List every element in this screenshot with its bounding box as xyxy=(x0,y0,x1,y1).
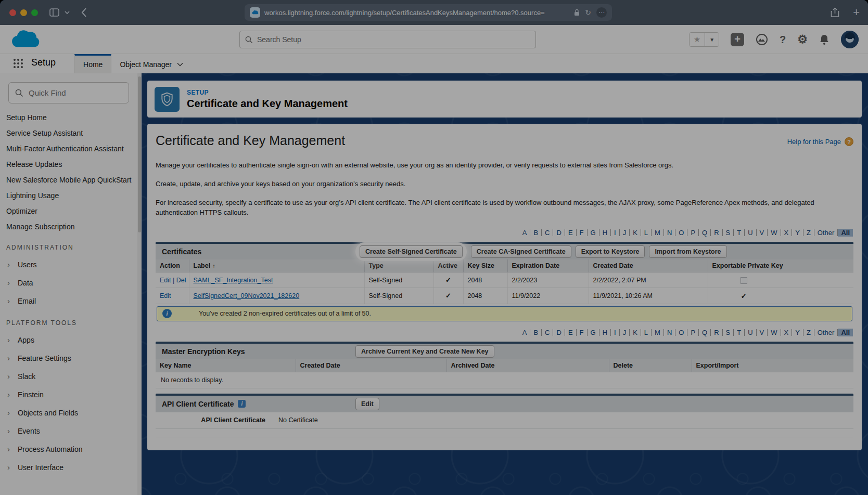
chevron-right-icon[interactable]: › xyxy=(7,408,12,417)
global-search[interactable] xyxy=(239,31,536,48)
sidebar-item[interactable]: Manage Subscription xyxy=(0,219,142,235)
alphabet-filter-letter[interactable]: W xyxy=(768,329,781,336)
alphabet-filter-letter[interactable]: I xyxy=(611,329,620,336)
alphabet-filter-letter[interactable]: J xyxy=(620,329,630,336)
alphabet-filter-letter[interactable]: W xyxy=(768,229,781,236)
alphabet-filter-letter[interactable]: Other xyxy=(814,229,838,236)
alphabet-filter-letter[interactable]: C xyxy=(542,329,553,336)
chevron-right-icon[interactable]: › xyxy=(7,296,12,305)
alphabet-filter-letter[interactable]: P xyxy=(687,229,699,236)
sidebar-item[interactable]: Lightning Usage xyxy=(0,188,142,203)
alphabet-filter-letter[interactable]: Y xyxy=(792,229,803,236)
alphabet-filter-letter[interactable]: Other xyxy=(814,329,838,336)
alphabet-filter-letter[interactable]: T xyxy=(734,329,745,336)
sidebar-group-item[interactable]: › Slack xyxy=(0,367,142,385)
sidebar-item[interactable]: New Salesforce Mobile App QuickStart xyxy=(0,172,142,188)
alphabet-filter-letter[interactable]: B xyxy=(530,329,542,336)
sidebar-group-item[interactable]: › Feature Settings xyxy=(0,349,142,367)
back-icon[interactable] xyxy=(81,8,87,17)
alphabet-filter-letter[interactable]: E xyxy=(565,329,577,336)
chevron-right-icon[interactable]: › xyxy=(7,390,12,399)
alphabet-filter-letter[interactable]: T xyxy=(734,229,745,236)
alphabet-filter-letter[interactable]: H xyxy=(599,329,611,336)
alphabet-filter-letter[interactable]: S xyxy=(723,229,734,236)
help-icon[interactable]: ? xyxy=(780,34,786,46)
help-question-icon[interactable]: ? xyxy=(845,137,853,146)
chevron-right-icon[interactable]: › xyxy=(7,354,12,362)
alphabet-filter-letter[interactable]: F xyxy=(577,329,588,336)
tab-home[interactable]: Home xyxy=(74,54,111,73)
sidebar-item[interactable]: Release Updates xyxy=(0,157,142,172)
alphabet-filter-letter[interactable]: Y xyxy=(792,329,803,336)
alphabet-filter-letter[interactable]: X xyxy=(781,229,793,236)
alphabet-filter-letter[interactable]: U xyxy=(745,229,756,236)
export-to-keystore-button[interactable]: Export to Keystore xyxy=(576,245,645,258)
sidebar-group-item[interactable]: › Einstein xyxy=(0,385,142,403)
alphabet-filter-letter[interactable]: M xyxy=(652,229,664,236)
alphabet-filter-letter[interactable]: J xyxy=(620,229,630,236)
alphabet-filter-letter[interactable]: Q xyxy=(699,229,711,236)
chevron-right-icon[interactable]: › xyxy=(7,445,12,453)
chevron-right-icon[interactable]: › xyxy=(7,335,12,344)
alphabet-filter-letter[interactable]: G xyxy=(588,229,599,236)
alphabet-filter-letter[interactable]: N xyxy=(664,329,675,336)
notifications-bell-icon[interactable] xyxy=(819,34,829,45)
alphabet-filter-letter[interactable]: X xyxy=(781,329,793,336)
alphabet-filter-letter[interactable]: D xyxy=(553,329,565,336)
star-icon[interactable]: ★ xyxy=(690,33,705,46)
search-input[interactable] xyxy=(257,35,530,44)
alphabet-filter-letter[interactable]: R xyxy=(711,229,722,236)
column-label[interactable]: Label↑ xyxy=(189,259,364,272)
alphabet-filter-letter[interactable]: R xyxy=(711,329,722,336)
alphabet-filter-letter[interactable]: Z xyxy=(803,329,814,336)
alphabet-filter-letter[interactable]: F xyxy=(577,229,588,236)
alphabet-filter-letter[interactable]: P xyxy=(687,329,699,336)
info-icon[interactable]: i xyxy=(238,400,246,408)
row-action-links[interactable]: Edit | Del xyxy=(156,272,189,288)
alphabet-filter-letter[interactable]: V xyxy=(757,229,768,236)
alphabet-filter-letter[interactable]: C xyxy=(542,229,553,236)
sidebar-toggle-icon[interactable] xyxy=(49,8,59,17)
sidebar-group-item[interactable]: › Apps xyxy=(0,331,142,349)
trailhead-help-icon[interactable] xyxy=(756,33,768,46)
create-ca-signed-certificate-button[interactable]: Create CA-Signed Certificate xyxy=(471,245,571,258)
reload-icon[interactable]: ↻ xyxy=(585,8,591,17)
minimize-window-button[interactable] xyxy=(20,9,27,16)
sidebar-item[interactable]: Optimizer xyxy=(0,203,142,219)
close-window-button[interactable] xyxy=(9,9,16,16)
alphabet-filter-letter[interactable]: H xyxy=(599,229,611,236)
sidebar-item[interactable]: Setup Home xyxy=(0,110,142,125)
share-icon[interactable] xyxy=(831,7,839,18)
user-avatar[interactable] xyxy=(841,31,859,48)
sidebar-item[interactable]: Service Setup Assistant xyxy=(0,125,142,141)
alphabet-filter-letter[interactable]: N xyxy=(664,229,675,236)
chevron-right-icon[interactable]: › xyxy=(7,260,12,269)
favorites-caret-icon[interactable]: ▼ xyxy=(705,33,719,46)
alphabet-filter-letter[interactable]: K xyxy=(630,329,641,336)
certificate-label-link[interactable]: SAML_SF_Integration_Test xyxy=(194,277,273,284)
sidebar-group-item[interactable]: › Objects and Fields xyxy=(0,403,142,422)
favorites-button[interactable]: ★ ▼ xyxy=(689,32,719,47)
chevron-right-icon[interactable]: › xyxy=(7,426,12,435)
alphabet-filter-letter[interactable]: V xyxy=(757,329,768,336)
sidebar-chevron-icon[interactable] xyxy=(65,11,70,15)
sidebar-group-item[interactable]: › Events xyxy=(0,422,142,440)
alphabet-filter-letter[interactable]: A xyxy=(519,329,531,336)
help-for-this-page-link[interactable]: Help for this Page ? xyxy=(787,137,853,146)
alphabet-filter-letter[interactable]: All xyxy=(838,329,853,336)
sidebar-scrollbar-thumb[interactable] xyxy=(138,76,141,232)
alphabet-filter-letter[interactable]: I xyxy=(611,229,620,236)
sidebar-item[interactable]: Multi-Factor Authentication Assistant xyxy=(0,141,142,157)
alphabet-filter-letter[interactable]: D xyxy=(553,229,565,236)
chevron-right-icon[interactable]: › xyxy=(7,463,12,472)
global-actions-icon[interactable]: + xyxy=(731,33,744,46)
alphabet-filter-letter[interactable]: L xyxy=(641,329,652,336)
alphabet-filter-letter[interactable]: G xyxy=(588,329,599,336)
sidebar-group-item[interactable]: › Email xyxy=(0,292,142,310)
alphabet-filter-letter[interactable]: L xyxy=(641,229,652,236)
sidebar-group-item[interactable]: › Process Automation xyxy=(0,440,142,458)
alphabet-filter-letter[interactable]: S xyxy=(723,329,734,336)
alphabet-filter-letter[interactable]: Q xyxy=(699,329,711,336)
new-tab-icon[interactable]: + xyxy=(853,6,860,19)
chevron-right-icon[interactable]: › xyxy=(7,278,12,287)
